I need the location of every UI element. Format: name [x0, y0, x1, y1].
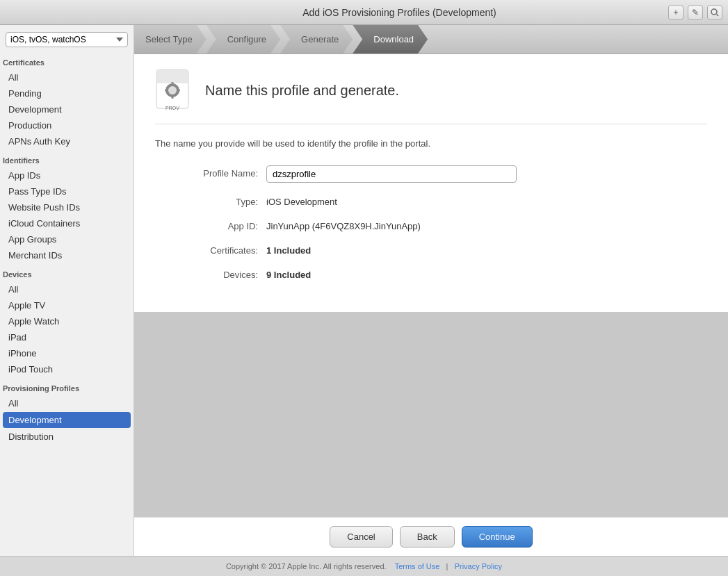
type-value: iOS Development [266, 194, 337, 207]
privacy-link[interactable]: Privacy Policy [455, 562, 502, 570]
continue-button[interactable]: Continue [462, 526, 533, 548]
sidebar-item-profiles-distribution[interactable]: Distribution [0, 429, 134, 445]
devices-row: Devices: 9 Included [155, 267, 707, 280]
terms-link[interactable]: Terms of Use [395, 562, 440, 570]
add-button[interactable]: + [668, 5, 683, 20]
svg-line-1 [717, 14, 719, 16]
page-footer: Copyright © 2017 Apple Inc. All rights r… [0, 556, 728, 576]
edit-button[interactable]: ✎ [688, 5, 703, 20]
step-select-type: Select Type [134, 25, 207, 54]
devices-label: Devices: [155, 267, 266, 280]
step-generate: Generate [280, 25, 353, 54]
profile-name-label: Profile Name: [155, 165, 266, 179]
profile-name-input[interactable] [266, 165, 517, 183]
svg-point-6 [168, 86, 177, 94]
sidebar-item-certificates-pending[interactable]: Pending [0, 85, 134, 101]
pipe-separator: | [446, 562, 448, 570]
footer-buttons: Cancel Back Continue [134, 517, 728, 556]
svg-rect-7 [172, 82, 174, 85]
sidebar-item-certificates-apns[interactable]: APNs Auth Key [0, 133, 134, 149]
sidebar-item-certificates-production[interactable]: Production [0, 117, 134, 133]
svg-rect-9 [165, 90, 168, 92]
sidebar-item-ipad[interactable]: iPad [0, 329, 134, 345]
window-title: Add iOS Provisioning Profiles (Developme… [131, 7, 668, 18]
profile-header: PROV Name this profile and generate. [155, 68, 707, 124]
svg-rect-8 [172, 95, 174, 99]
sidebar-item-website-push-ids[interactable]: Website Push IDs [0, 199, 134, 215]
provisioning-profiles-section-header: Provisioning Profiles [0, 377, 134, 395]
copyright-text: Copyright © 2017 Apple Inc. All rights r… [226, 562, 387, 570]
step-download: Download [353, 25, 428, 54]
wizard-steps: Select Type Configure Generate Download [134, 25, 728, 54]
sidebar-item-devices-all[interactable]: All [0, 281, 134, 297]
sidebar-item-profiles-all[interactable]: All [0, 395, 134, 411]
provisioning-profile-icon: PROV [155, 68, 194, 113]
sidebar-item-pass-type-ids[interactable]: Pass Type IDs [0, 183, 134, 199]
svg-point-0 [711, 9, 717, 15]
cancel-button[interactable]: Cancel [330, 526, 392, 548]
sidebar-item-icloud-containers[interactable]: iCloud Containers [0, 215, 134, 231]
devices-value: 9 Included [266, 267, 311, 280]
gray-area [134, 312, 728, 517]
sidebar-item-app-groups[interactable]: App Groups [0, 231, 134, 247]
app-id-row: App ID: JinYunApp (4F6VQZ8X9H.JinYunApp) [155, 218, 707, 231]
certificates-value: 1 Included [266, 242, 311, 256]
sidebar-item-ipod-touch[interactable]: iPod Touch [0, 361, 134, 377]
app-id-value: JinYunApp (4F6VQZ8X9H.JinYunApp) [266, 218, 421, 231]
description-text: The name you provide will be used to ide… [155, 138, 707, 149]
content-white: PROV Name this profile and generate. The… [134, 54, 728, 312]
identifiers-section-header: Identifiers [0, 149, 134, 167]
sidebar: iOS, tvOS, watchOS macOS Certificates Al… [0, 25, 134, 556]
sidebar-item-iphone[interactable]: iPhone [0, 345, 134, 361]
page-heading: Name this profile and generate. [205, 83, 399, 99]
form-fields: Profile Name: Type: iOS Development App … [155, 165, 707, 280]
search-button[interactable] [707, 5, 722, 20]
sidebar-item-apple-tv[interactable]: Apple TV [0, 297, 134, 313]
platform-dropdown[interactable]: iOS, tvOS, watchOS macOS [6, 32, 128, 47]
certificates-label: Certificates: [155, 242, 266, 256]
sidebar-item-certificates-development[interactable]: Development [0, 101, 134, 117]
top-bar-actions: + ✎ [668, 5, 722, 20]
back-button[interactable]: Back [400, 526, 455, 548]
certificates-section-header: Certificates [0, 51, 134, 69]
app-id-label: App ID: [155, 218, 266, 231]
type-row: Type: iOS Development [155, 194, 707, 207]
svg-text:PROV: PROV [165, 106, 179, 110]
sidebar-item-profiles-development[interactable]: Development [3, 412, 131, 428]
main-layout: iOS, tvOS, watchOS macOS Certificates Al… [0, 25, 728, 556]
step-configure: Configure [207, 25, 280, 54]
main-panel: Select Type Configure Generate Download [134, 25, 728, 556]
content-area: PROV Name this profile and generate. The… [134, 54, 728, 556]
svg-rect-10 [177, 90, 180, 92]
search-icon [711, 8, 719, 17]
profile-name-row: Profile Name: [155, 165, 707, 183]
sidebar-item-apple-watch[interactable]: Apple Watch [0, 313, 134, 329]
type-label: Type: [155, 194, 266, 207]
svg-rect-4 [156, 69, 188, 72]
sidebar-item-certificates-all[interactable]: All [0, 69, 134, 85]
devices-section-header: Devices [0, 263, 134, 281]
sidebar-item-merchant-ids[interactable]: Merchant IDs [0, 247, 134, 263]
top-bar: Add iOS Provisioning Profiles (Developme… [0, 0, 728, 25]
sidebar-item-app-ids[interactable]: App IDs [0, 167, 134, 183]
certificates-row: Certificates: 1 Included [155, 242, 707, 256]
